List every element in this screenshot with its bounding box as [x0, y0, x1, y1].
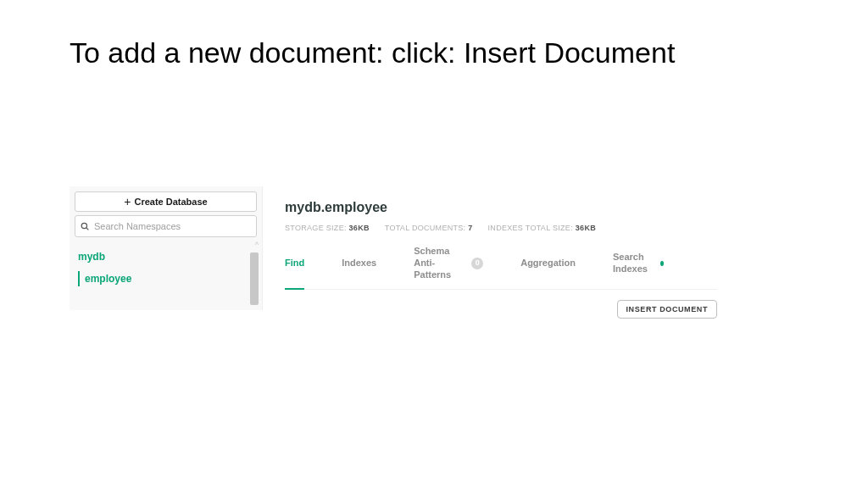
search-namespaces-field[interactable]: [75, 215, 257, 237]
tab-find-label: Find: [285, 258, 304, 269]
total-documents-label: TOTAL DOCUMENTS:: [385, 224, 466, 232]
namespace-list: mydb employee: [70, 244, 262, 310]
schema-badge: 0: [471, 258, 483, 269]
toolbar-row: INSERT DOCUMENT: [285, 300, 717, 319]
main-panel: mydb.employee STORAGE SIZE: 36KB TOTAL D…: [263, 186, 729, 310]
search-icon: [81, 222, 89, 230]
search-namespaces-input[interactable]: [94, 221, 251, 231]
tab-schema-label: Schema Anti-Patterns: [414, 246, 468, 280]
tabs-row: Find Indexes Schema Anti-Patterns 0 Aggr…: [285, 246, 717, 290]
tab-aggregation[interactable]: Aggregation: [520, 246, 576, 289]
storage-size-label: STORAGE SIZE:: [285, 224, 347, 232]
stats-row: STORAGE SIZE: 36KB TOTAL DOCUMENTS: 7 IN…: [285, 224, 717, 232]
total-documents-stat: TOTAL DOCUMENTS: 7: [385, 224, 473, 232]
sidebar-database[interactable]: mydb: [70, 244, 262, 268]
sidebar: + Create Database mydb employee ^: [70, 186, 263, 310]
tab-indexes-label: Indexes: [342, 258, 376, 269]
insert-document-button[interactable]: INSERT DOCUMENT: [617, 300, 718, 319]
total-documents-value: 7: [468, 224, 472, 232]
tab-schema-anti-patterns[interactable]: Schema Anti-Patterns 0: [414, 246, 483, 289]
status-dot-icon: [660, 261, 664, 266]
plus-icon: +: [124, 196, 131, 208]
create-database-label: Create Database: [134, 197, 207, 207]
app-screenshot: + Create Database mydb employee ^ mydb.e…: [70, 186, 729, 310]
svg-point-0: [81, 223, 86, 228]
create-database-button[interactable]: + Create Database: [75, 191, 257, 212]
tab-search-indexes[interactable]: Search Indexes: [613, 246, 664, 289]
tab-search-label: Search Indexes: [613, 252, 655, 275]
storage-size-stat: STORAGE SIZE: 36KB: [285, 224, 370, 232]
tab-find[interactable]: Find: [285, 246, 304, 289]
slide-title: To add a new document: click: Insert Doc…: [70, 34, 675, 71]
collection-title: mydb.employee: [285, 200, 717, 215]
indexes-size-label: INDEXES TOTAL SIZE:: [488, 224, 573, 232]
tab-aggregation-label: Aggregation: [520, 258, 576, 269]
sidebar-collection[interactable]: employee: [70, 268, 262, 290]
sidebar-scrollbar[interactable]: [250, 252, 259, 305]
indexes-size-stat: INDEXES TOTAL SIZE: 36KB: [488, 224, 596, 232]
indexes-size-value: 36KB: [576, 224, 596, 232]
scroll-arrow-icon: ^: [255, 241, 259, 249]
tab-indexes[interactable]: Indexes: [342, 246, 376, 289]
storage-size-value: 36KB: [349, 224, 370, 232]
svg-line-1: [86, 228, 89, 230]
